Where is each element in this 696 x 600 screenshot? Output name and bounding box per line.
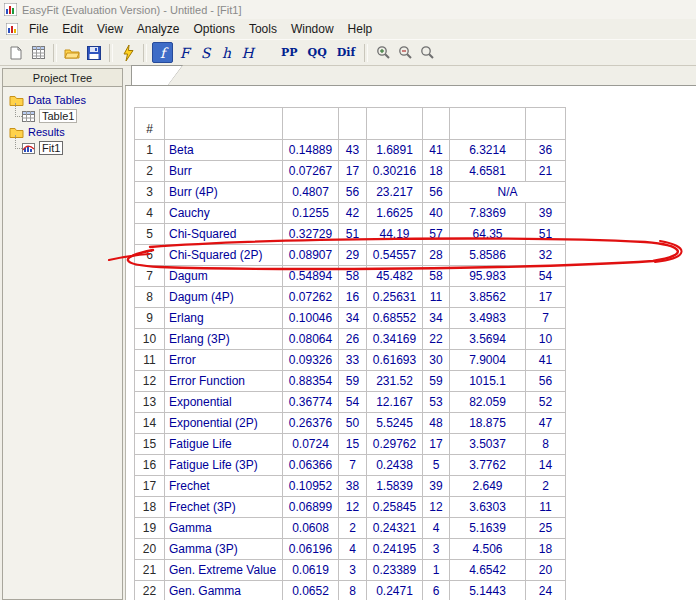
menu-tools[interactable]: Tools xyxy=(242,20,284,38)
cell-ad-rank: 59 xyxy=(423,371,450,392)
table-row[interactable]: 8Dagum (4P)0.07262160.25631113.856217 xyxy=(135,287,566,308)
zoom-default-button[interactable] xyxy=(416,43,438,63)
table-row[interactable]: 9Erlang0.10046340.68552343.49837 xyxy=(135,308,566,329)
cell-chi-rank: 18 xyxy=(526,539,566,560)
cell-ad-statistic: 1.6891 xyxy=(367,140,423,161)
cell-chi-statistic: 5.8586 xyxy=(450,245,526,266)
cell-chi-rank: 10 xyxy=(526,329,566,350)
table-row[interactable]: 15Fatigue Life0.0724150.29762173.50378 xyxy=(135,434,566,455)
cell-ad-statistic: 0.34169 xyxy=(367,329,423,350)
zoom-default-icon xyxy=(420,45,435,60)
table-row[interactable]: 16Fatigue Life (3P)0.0636670.243853.7762… xyxy=(135,455,566,476)
project-tree-panel: Project Tree Data Tables Table1 xyxy=(2,68,123,600)
cell-chi-rank: 39 xyxy=(526,203,566,224)
table-row[interactable]: 10Erlang (3P)0.08064260.34169223.569410 xyxy=(135,329,566,350)
pp-plot-button[interactable]: PP xyxy=(277,43,302,62)
menu-help[interactable]: Help xyxy=(341,20,380,38)
fit-button-h[interactable]: h xyxy=(217,43,236,62)
cell-ks-rank: 50 xyxy=(339,413,367,434)
menu-file[interactable]: File xyxy=(22,20,55,38)
cell-ks-statistic: 0.0619 xyxy=(283,560,339,581)
fit-button-f[interactable]: f xyxy=(152,42,173,63)
cell-ad-statistic: 0.61693 xyxy=(367,350,423,371)
fit-button-S[interactable]: S xyxy=(196,43,215,62)
fit-distributions-button[interactable] xyxy=(117,43,139,63)
tree-item-table1[interactable]: Table1 xyxy=(3,108,122,124)
cell-ks-rank: 54 xyxy=(339,392,367,413)
table-row[interactable]: 12Error Function0.8835459231.52591015.15… xyxy=(135,371,566,392)
cell-ks-statistic: 0.88354 xyxy=(283,371,339,392)
cell-ks-rank: 4 xyxy=(339,539,367,560)
cell-ad-rank: 4 xyxy=(423,518,450,539)
new-document-button[interactable] xyxy=(5,43,27,63)
toolbar-separator xyxy=(364,44,368,62)
cell-ad-statistic: 0.54557 xyxy=(367,245,423,266)
cell-ad-rank: 58 xyxy=(423,266,450,287)
chi-rank-column-header xyxy=(526,108,566,140)
cell-distribution: Error Function xyxy=(165,371,283,392)
table-row[interactable]: 3Burr (4P)0.48075623.21756N/A xyxy=(135,182,566,203)
cell-ks-statistic: 0.1255 xyxy=(283,203,339,224)
cell-chi-statistic: 7.9004 xyxy=(450,350,526,371)
cell-index: 19 xyxy=(135,518,165,539)
cell-ad-statistic: 1.6625 xyxy=(367,203,423,224)
table-row[interactable]: 1Beta0.14889431.6891416.321436 xyxy=(135,140,566,161)
table-row[interactable]: 11Error0.09326330.61693307.900441 xyxy=(135,350,566,371)
cell-ad-statistic: 0.24321 xyxy=(367,518,423,539)
table-row[interactable]: 13Exponential0.367745412.1675382.05952 xyxy=(135,392,566,413)
toolbar-separator xyxy=(53,44,57,62)
cell-chi-statistic: 3.6303 xyxy=(450,497,526,518)
cell-chi-rank: 36 xyxy=(526,140,566,161)
qq-plot-button[interactable]: QQ xyxy=(304,43,331,62)
cell-ad-statistic: 1.5839 xyxy=(367,476,423,497)
cell-ad-rank: 56 xyxy=(423,182,450,203)
table-row[interactable]: 2Burr0.07267170.30216184.658121 xyxy=(135,161,566,182)
app-icon xyxy=(4,3,17,16)
cell-chi-rank: 25 xyxy=(526,518,566,539)
cell-ks-rank: 12 xyxy=(339,497,367,518)
cell-chi-rank: 21 xyxy=(526,161,566,182)
fit-button-F[interactable]: F xyxy=(175,43,194,62)
ad-rank-column-header xyxy=(423,108,450,140)
menu-window[interactable]: Window xyxy=(284,20,341,38)
tree-item-fit1[interactable]: Fit1 xyxy=(3,140,122,156)
cell-chi-rank: 51 xyxy=(526,224,566,245)
table-row[interactable]: 5Chi-Squared0.327295144.195764.3551 xyxy=(135,224,566,245)
fit-document-tab[interactable] xyxy=(131,65,183,85)
zoom-in-button[interactable] xyxy=(372,43,394,63)
table-row[interactable]: 21Gen. Extreme Value0.061930.2338914.654… xyxy=(135,560,566,581)
table-row[interactable]: 19Gamma0.060820.2432145.163925 xyxy=(135,518,566,539)
fit-button-H[interactable]: H xyxy=(238,43,257,62)
table-row[interactable]: 20Gamma (3P)0.0619640.2419534.50618 xyxy=(135,539,566,560)
cell-chi-statistic: 64.35 xyxy=(450,224,526,245)
menu-options[interactable]: Options xyxy=(187,20,242,38)
open-button[interactable] xyxy=(61,43,83,63)
table-row[interactable]: 22Gen. Gamma0.065280.247165.144324 xyxy=(135,581,566,600)
diff-plot-button[interactable]: Dif xyxy=(333,43,359,62)
cell-index: 18 xyxy=(135,497,165,518)
cell-distribution: Error xyxy=(165,350,283,371)
cell-chi-statistic: 4.6581 xyxy=(450,161,526,182)
table-row[interactable]: 7Dagum0.548945845.4825895.98354 xyxy=(135,266,566,287)
save-button[interactable] xyxy=(83,43,105,63)
cell-ks-statistic: 0.06366 xyxy=(283,455,339,476)
menu-view[interactable]: View xyxy=(90,20,130,38)
cell-index: 2 xyxy=(135,161,165,182)
cell-ad-rank: 12 xyxy=(423,497,450,518)
table-row[interactable]: 18Frechet (3P)0.06899120.25845123.630311 xyxy=(135,497,566,518)
cell-index: 8 xyxy=(135,287,165,308)
cell-ks-statistic: 0.54894 xyxy=(283,266,339,287)
table-icon xyxy=(22,111,35,122)
table-row[interactable]: 17Frechet0.10952381.5839392.6492 xyxy=(135,476,566,497)
menu-edit[interactable]: Edit xyxy=(55,20,90,38)
cell-ks-statistic: 0.09326 xyxy=(283,350,339,371)
table-row[interactable]: 14Exponential (2P)0.26376505.52454818.87… xyxy=(135,413,566,434)
menu-analyze[interactable]: Analyze xyxy=(130,20,187,38)
zoom-out-button[interactable] xyxy=(394,43,416,63)
open-icon xyxy=(64,47,80,59)
cell-chi-rank: 52 xyxy=(526,392,566,413)
cell-ks-statistic: 0.26376 xyxy=(283,413,339,434)
table-row[interactable]: 6Chi-Squared (2P)0.08907290.54557285.858… xyxy=(135,245,566,266)
new-table-button[interactable] xyxy=(27,43,49,63)
table-row[interactable]: 4Cauchy0.1255421.6625407.836939 xyxy=(135,203,566,224)
